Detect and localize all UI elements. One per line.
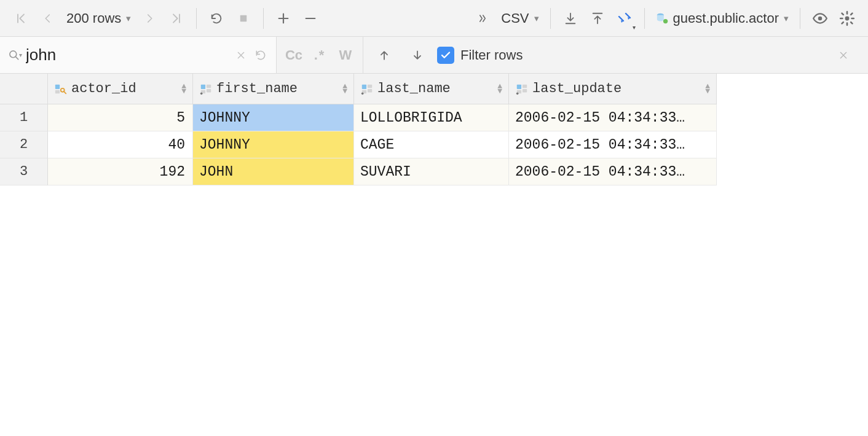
chevron-down-icon: ▾ (126, 13, 131, 24)
separator (196, 8, 197, 29)
filter-rows-checkbox[interactable] (437, 47, 454, 64)
last-page-button[interactable] (163, 5, 190, 32)
row-number[interactable]: 2 (0, 131, 48, 158)
column-type-icon (360, 82, 374, 96)
sort-icon[interactable]: ▲▼ (497, 84, 502, 94)
search-options: Cc .* W (277, 37, 363, 73)
export-format-selector[interactable]: CSV ▾ (496, 10, 543, 26)
column-type-icon (199, 82, 213, 96)
refresh-button[interactable] (203, 5, 230, 32)
first-page-button[interactable] (7, 5, 34, 32)
search-input[interactable] (25, 43, 232, 67)
view-button[interactable] (807, 5, 834, 32)
separator (550, 8, 551, 29)
row-count-label: 200 rows (66, 10, 121, 26)
column-header-first_name[interactable]: first_name▲▼ (193, 74, 354, 104)
search-icon[interactable]: ▾ (5, 42, 25, 69)
svg-point-2 (663, 18, 667, 23)
svg-rect-9 (201, 84, 205, 88)
separator (800, 8, 800, 29)
svg-rect-14 (362, 84, 366, 88)
column-header-last_name[interactable]: last_name▲▼ (354, 74, 509, 104)
row-count-selector[interactable]: 200 rows ▾ (61, 10, 136, 26)
sort-icon[interactable]: ▲▼ (705, 84, 710, 94)
import-button[interactable] (557, 5, 584, 32)
separator (644, 8, 645, 29)
column-name: last_name (377, 81, 451, 96)
main-toolbar: 200 rows ▾ CSV ▾ ▾ (0, 0, 868, 37)
svg-rect-11 (207, 84, 211, 88)
svg-rect-22 (523, 89, 527, 93)
search-box: ▾ (0, 37, 277, 73)
more-actions-button[interactable] (469, 5, 496, 32)
column-name: actor_id (71, 81, 136, 96)
column-type-icon (54, 82, 68, 96)
next-match-button[interactable] (404, 42, 431, 69)
sort-icon[interactable]: ▲▼ (342, 84, 347, 94)
svg-rect-21 (523, 84, 527, 88)
svg-rect-0 (240, 15, 247, 21)
separator (263, 8, 264, 29)
svg-point-13 (200, 92, 203, 95)
cell[interactable]: LOLLOBRIGIDA (354, 104, 509, 131)
export-button[interactable] (584, 5, 611, 32)
cell[interactable]: 5 (48, 104, 193, 131)
table-breadcrumb[interactable]: guest.public.actor ▾ (651, 10, 794, 26)
breadcrumb-text: guest.public.actor (673, 10, 779, 26)
history-button[interactable] (250, 42, 271, 69)
clear-search-button[interactable] (232, 42, 250, 69)
cell[interactable]: 2006-02-15 04:34:33… (509, 131, 717, 158)
next-page-button[interactable] (136, 5, 163, 32)
cell[interactable]: 2006-02-15 04:34:33… (509, 158, 717, 185)
sort-icon[interactable]: ▲▼ (181, 84, 186, 94)
settings-button[interactable] (834, 5, 861, 32)
export-format-label: CSV (501, 10, 529, 26)
cell[interactable]: JOHNNY (193, 131, 354, 158)
cell[interactable]: 40 (48, 131, 193, 158)
data-grid: actor_id▲▼first_name▲▼last_name▲▼last_up… (0, 74, 868, 185)
cell[interactable]: 2006-02-15 04:34:33… (509, 104, 717, 131)
svg-rect-7 (55, 90, 60, 93)
svg-point-4 (845, 16, 850, 20)
svg-rect-19 (517, 84, 521, 88)
regex-toggle[interactable]: .* (307, 43, 332, 68)
compare-button[interactable]: ▾ (611, 5, 638, 32)
whole-word-toggle[interactable]: W (333, 43, 358, 68)
stop-button[interactable] (230, 5, 257, 32)
svg-rect-17 (368, 89, 372, 93)
svg-rect-16 (368, 84, 372, 88)
cell[interactable]: 192 (48, 158, 193, 185)
match-case-toggle[interactable]: Cc (282, 43, 306, 68)
filter-rows-label: Filter rows (460, 47, 523, 63)
chevron-down-icon: ▾ (534, 13, 539, 24)
cell[interactable]: SUVARI (354, 158, 509, 185)
filter-panel: Filter rows (363, 37, 868, 73)
chevron-down-icon: ▾ (784, 13, 789, 24)
column-type-icon (515, 82, 529, 96)
svg-point-18 (361, 92, 364, 95)
prev-page-button[interactable] (34, 5, 61, 32)
svg-rect-12 (207, 89, 211, 93)
column-header-last_update[interactable]: last_update▲▼ (509, 74, 717, 104)
cell[interactable]: CAGE (354, 131, 509, 158)
cell[interactable]: JOHNNY (193, 104, 354, 131)
prev-match-button[interactable] (371, 42, 398, 69)
svg-rect-6 (55, 84, 60, 88)
search-filter-bar: ▾ Cc .* W Filter rows (0, 37, 868, 74)
close-filter-button[interactable] (838, 50, 861, 60)
column-name: last_update (532, 81, 621, 96)
datasource-icon (656, 12, 669, 25)
add-row-button[interactable] (270, 5, 297, 32)
corner-header[interactable] (0, 74, 48, 104)
row-number[interactable]: 3 (0, 158, 48, 185)
remove-row-button[interactable] (297, 5, 324, 32)
svg-point-3 (818, 16, 823, 20)
svg-point-23 (516, 92, 519, 95)
column-header-actor_id[interactable]: actor_id▲▼ (48, 74, 193, 104)
column-name: first_name (216, 81, 298, 96)
cell[interactable]: JOHN (193, 158, 354, 185)
row-number[interactable]: 1 (0, 104, 48, 131)
